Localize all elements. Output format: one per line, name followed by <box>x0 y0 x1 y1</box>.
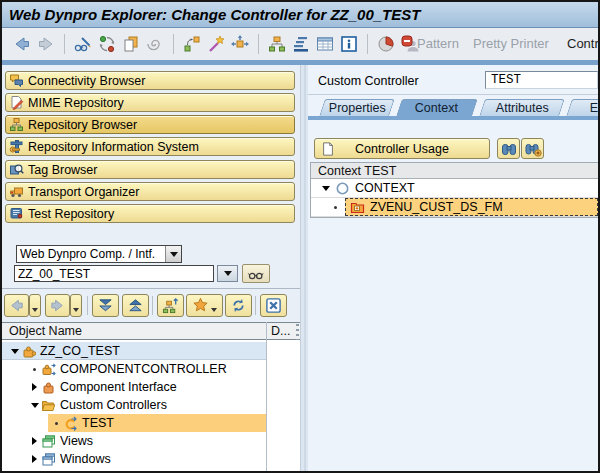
column-divider[interactable] <box>266 322 267 471</box>
tab-context[interactable]: Context <box>396 99 478 116</box>
sidebar-item-tag-browser[interactable]: Tag Browser <box>5 160 295 179</box>
table-display-icon[interactable] <box>315 34 335 54</box>
context-tree-panel: Context TEST CONTEXT ZVENU_CUST_DS_FM <box>310 162 598 218</box>
toolbar-separator <box>173 34 174 54</box>
custom-controller-label: Custom Controller <box>318 74 419 88</box>
tree-row[interactable]: COMPONENTCONTROLLER <box>2 360 300 378</box>
windows-icon <box>41 452 56 467</box>
tree-row[interactable]: Custom Controllers <box>2 396 300 414</box>
expander-icon[interactable] <box>8 349 21 354</box>
sidebar-item-label: MIME Repository <box>28 96 124 110</box>
test-icon[interactable] <box>230 34 250 54</box>
back-icon <box>8 297 25 314</box>
object-tree: ZZ_CO_TEST COMPONENTCONTROLLER Component… <box>2 340 300 471</box>
document-icon <box>321 141 335 157</box>
context-node-row-selected[interactable]: ZVENU_CUST_DS_FM <box>311 198 598 217</box>
copy-icon[interactable] <box>121 34 141 54</box>
tab-label: Events <box>590 101 598 115</box>
close-browser-button[interactable] <box>260 294 287 317</box>
sidebar-item-repository-information-system[interactable]: Repository Information System <box>5 137 295 156</box>
connectivity-icon <box>9 73 24 88</box>
find-button[interactable] <box>497 138 520 159</box>
expander-icon[interactable] <box>28 455 41 463</box>
object-name-history-button[interactable] <box>217 265 238 282</box>
info-icon[interactable] <box>339 34 359 54</box>
forward-icon <box>49 297 66 314</box>
history-back-menu-button[interactable] <box>29 294 41 317</box>
sidebar-item-label: Repository Browser <box>28 118 137 132</box>
sidebar-item-mime-repository[interactable]: MIME Repository <box>5 93 295 112</box>
forward-icon[interactable] <box>36 34 56 54</box>
tree-row[interactable]: Windows <box>2 450 300 468</box>
find-next-button[interactable] <box>521 138 544 159</box>
leaf-bullet-icon <box>329 206 342 209</box>
controller-button[interactable]: Controller <box>567 28 598 60</box>
open-in-new-hierarchy-button[interactable] <box>157 294 184 317</box>
sort-levels-icon[interactable] <box>291 34 311 54</box>
custom-controller-input[interactable] <box>485 71 598 89</box>
object-name-input[interactable] <box>14 265 214 282</box>
expander-icon[interactable] <box>28 403 41 408</box>
favorites-button[interactable] <box>186 294 223 317</box>
wizard-icon[interactable] <box>206 34 226 54</box>
column-description[interactable]: D... <box>271 324 290 338</box>
controller-usage-button[interactable]: Controller Usage <box>314 138 490 159</box>
tree-row-label: COMPONENTCONTROLLER <box>60 362 227 376</box>
history-forward-button[interactable] <box>45 294 70 317</box>
expander-icon[interactable] <box>28 383 41 391</box>
sidebar-item-label: Repository Information System <box>28 140 199 154</box>
tab-attributes[interactable]: Attributes <box>479 99 565 116</box>
display-object-button[interactable] <box>242 264 270 283</box>
history-forward-menu-button[interactable] <box>70 294 82 317</box>
tree-row[interactable]: Views <box>2 432 300 450</box>
collapse-all-button[interactable] <box>122 294 149 317</box>
hierarchy-icon[interactable] <box>267 34 287 54</box>
column-object-name[interactable]: Object Name <box>9 324 82 338</box>
chevron-down-icon <box>170 252 178 257</box>
tab-events[interactable]: Events <box>566 99 598 116</box>
context-attribute-icon <box>350 200 365 215</box>
sidebar-item-label: Transport Organizer <box>28 185 139 199</box>
tree-row-label: ZZ_CO_TEST <box>40 344 120 358</box>
views-icon <box>41 434 56 449</box>
inactive-version-icon <box>145 34 165 54</box>
tab-properties[interactable]: Properties <box>319 99 395 116</box>
panel-splitter[interactable] <box>300 65 308 471</box>
runtime-analysis-icon[interactable] <box>376 34 396 54</box>
component-interface-icon <box>41 380 56 395</box>
chevron-down-icon <box>211 308 217 312</box>
toolbar-separator <box>64 34 65 54</box>
chevron-down-icon <box>32 308 38 312</box>
object-type-value: Web Dynpro Comp. / Intf. <box>17 247 165 261</box>
history-back-button[interactable] <box>4 294 29 317</box>
custom-controller-icon <box>63 416 78 431</box>
refresh-icon[interactable] <box>97 34 117 54</box>
tree-row[interactable]: ZZ_CO_TEST <box>2 342 300 360</box>
toolbar-separator <box>87 296 88 315</box>
expand-all-button[interactable] <box>92 294 119 317</box>
back-icon[interactable] <box>12 34 32 54</box>
pretty-printer-button[interactable]: Pretty Printer <box>473 28 549 60</box>
where-used-icon[interactable] <box>182 34 202 54</box>
tree-row-selected[interactable]: TEST <box>2 414 300 432</box>
object-type-select[interactable]: Web Dynpro Comp. / Intf. <box>16 245 182 263</box>
sidebar-item-connectivity-browser[interactable]: Connectivity Browser <box>5 71 295 90</box>
transport-organizer-icon <box>9 184 24 199</box>
display-change-icon[interactable] <box>73 34 93 54</box>
divider <box>2 288 300 289</box>
expander-icon[interactable] <box>319 186 332 191</box>
refresh-tree-button[interactable] <box>225 294 252 317</box>
sidebar-item-test-repository[interactable]: Test Repository <box>5 204 295 223</box>
window-title: Web Dynpro Explorer: Change Controller f… <box>9 6 420 23</box>
leaf-bullet-icon <box>50 422 63 425</box>
sidebar-item-transport-organizer[interactable]: Transport Organizer <box>5 182 295 201</box>
tree-row[interactable]: Component Interface <box>2 378 300 396</box>
context-root-row[interactable]: CONTEXT <box>311 179 598 198</box>
active-tab-bar <box>308 116 598 120</box>
glasses-icon <box>247 265 265 283</box>
views-icon <box>41 470 56 472</box>
sidebar-item-repository-browser[interactable]: Repository Browser <box>5 115 295 134</box>
expander-icon[interactable] <box>28 437 41 445</box>
pattern-button[interactable]: Pattern <box>417 28 459 60</box>
select-dropdown-button[interactable] <box>165 246 181 262</box>
